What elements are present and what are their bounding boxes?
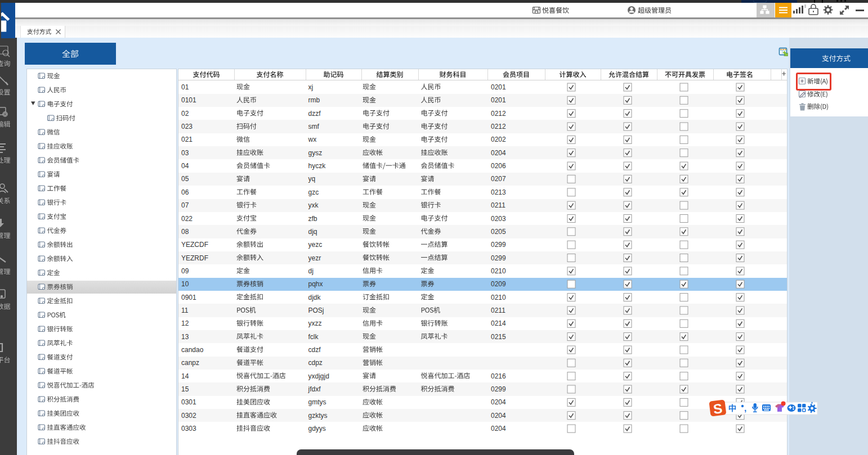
svg-text:S: S: [712, 400, 723, 417]
svg-text:,: ,: [744, 403, 746, 413]
